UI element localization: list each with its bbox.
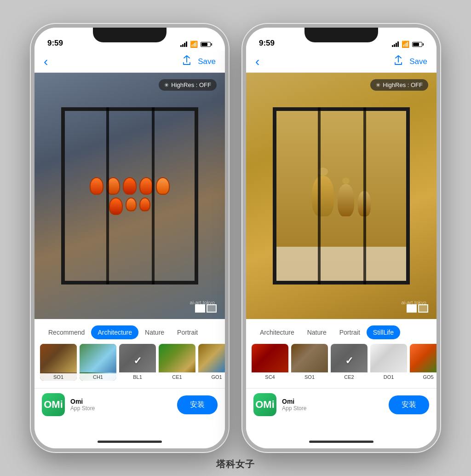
- swatch-label-ch1-left: CH1: [80, 373, 116, 381]
- save-button-left[interactable]: Save: [198, 57, 216, 66]
- watermark-left: ai-art.tokyo: [190, 300, 215, 305]
- vase-small-right: [358, 191, 371, 216]
- inner-frame-left: [61, 107, 198, 284]
- vase-group-right: [312, 176, 371, 216]
- ad-banner-left: OMi Omi App Store 安装: [34, 388, 225, 421]
- ad-install-button-left[interactable]: 安装: [177, 395, 218, 414]
- swatch-so1-left[interactable]: SO1: [40, 344, 77, 381]
- ad-text-right: Omi App Store: [282, 398, 383, 412]
- swatch-label-so1-right: SO1: [291, 373, 328, 381]
- wifi-icon-right: 📶: [402, 41, 409, 48]
- status-icons-left: 📶: [180, 41, 212, 48]
- status-icons-right: 📶: [392, 41, 424, 48]
- vase-large-right: [312, 176, 334, 216]
- swatch-do1-right[interactable]: DO1: [370, 344, 407, 381]
- nav-actions-left: Save: [182, 55, 216, 68]
- painting-left: [34, 73, 225, 319]
- battery-icon-right: [412, 42, 424, 47]
- swatch-ch1-left[interactable]: CH1: [80, 344, 116, 381]
- notch-left: [93, 28, 167, 42]
- tab-nature-right[interactable]: Nature: [301, 325, 333, 339]
- notch-right: [304, 28, 378, 42]
- share-button-left[interactable]: [182, 55, 191, 68]
- ad-title-left: Omi: [70, 398, 172, 405]
- swatch-label-bl1-left: BL1: [119, 373, 156, 381]
- compare-toggle-right[interactable]: [407, 304, 428, 313]
- swatch-sc4-right[interactable]: SC4: [252, 344, 288, 381]
- tab-stilllife-right[interactable]: StillLife: [367, 325, 400, 339]
- swatch-label-sc4-right: SC4: [252, 373, 288, 381]
- scene-watermark: 塔科女子: [216, 458, 255, 470]
- tab-recommend-left[interactable]: Recommend: [42, 325, 91, 339]
- wifi-icon-left: 📶: [190, 41, 198, 48]
- ad-text-left: Omi App Store: [70, 398, 172, 412]
- phone-left: 9:59 📶 ‹: [31, 24, 229, 452]
- back-button-right[interactable]: ‹: [255, 54, 259, 69]
- nav-bar-right: ‹ Save: [246, 51, 437, 73]
- nav-actions-right: Save: [394, 55, 427, 68]
- compare-split-right[interactable]: [418, 304, 428, 313]
- time-left: 9:59: [47, 39, 63, 48]
- ad-title-right: Omi: [282, 398, 383, 405]
- compare-single-left[interactable]: [195, 304, 205, 313]
- style-tabs-right: Architecture Nature Portrait StillLife: [246, 319, 437, 344]
- nav-bar-left: ‹ Save: [34, 51, 225, 73]
- home-indicator-left: [34, 435, 225, 448]
- ornament-group-left: [87, 177, 172, 215]
- ad-subtitle-right: App Store: [282, 405, 383, 412]
- swatch-go5-right[interactable]: GO5: [410, 344, 437, 381]
- swatch-label-do1-right: DO1: [370, 373, 407, 381]
- home-bar-left: [98, 441, 162, 443]
- bottom-panel-left: Recommend Architecture Nature Portrait S…: [34, 319, 225, 435]
- scene: 9:59 📶 ‹: [0, 0, 471, 476]
- swatch-label-go5-right: GO5: [410, 373, 437, 381]
- inner-frame-right: [273, 107, 410, 284]
- ad-icon-right: OMi: [253, 393, 276, 416]
- star-icon-left: ✳: [164, 82, 169, 88]
- back-button-left[interactable]: ‹: [44, 54, 48, 69]
- tab-architecture-right[interactable]: Architecture: [253, 325, 301, 339]
- swatch-label-ce1-left: CE1: [159, 373, 195, 381]
- ad-icon-left: OMi: [42, 393, 65, 416]
- vase-medium-right: [338, 184, 354, 216]
- tab-portrait-left[interactable]: Portrait: [171, 325, 204, 339]
- signal-icon-right: [392, 41, 399, 47]
- phone-right: 9:59 📶 ‹: [242, 24, 440, 452]
- home-bar-right: [309, 441, 373, 443]
- highres-label-left: HighRes : OFF: [171, 81, 211, 88]
- highres-badge-left[interactable]: ✳ HighRes : OFF: [159, 79, 217, 91]
- painting-right: [246, 73, 437, 319]
- swatch-ce2-right[interactable]: CE2: [331, 344, 368, 381]
- star-icon-right: ✳: [376, 82, 380, 88]
- time-right: 9:59: [259, 39, 275, 48]
- image-area-left: ✳ HighRes : OFF ai-art.tokyo: [34, 73, 225, 319]
- tab-portrait-right[interactable]: Portrait: [333, 325, 367, 339]
- swatch-go1-left[interactable]: GO1: [198, 344, 225, 381]
- highres-badge-right[interactable]: ✳ HighRes : OFF: [370, 79, 428, 91]
- compare-split-left[interactable]: [207, 304, 217, 313]
- ad-subtitle-left: App Store: [70, 405, 172, 412]
- swatch-ce1-left[interactable]: CE1: [159, 344, 195, 381]
- tab-nature-left[interactable]: Nature: [138, 325, 171, 339]
- tab-architecture-left[interactable]: Architecture: [91, 325, 138, 339]
- ad-install-button-right[interactable]: 安装: [389, 395, 429, 414]
- ad-banner-right: OMi Omi App Store 安装: [246, 388, 437, 421]
- swatch-label-so1-left: SO1: [40, 373, 77, 381]
- swatch-so1-right[interactable]: SO1: [291, 344, 328, 381]
- share-button-right[interactable]: [394, 55, 403, 68]
- swatch-label-go1-left: GO1: [198, 373, 225, 381]
- save-button-right[interactable]: Save: [409, 57, 427, 66]
- compare-single-right[interactable]: [407, 304, 417, 313]
- style-tabs-left: Recommend Architecture Nature Portrait: [34, 319, 225, 344]
- swatch-label-ce2-right: CE2: [331, 373, 368, 381]
- style-swatches-right: SC4 SO1 CE2 DO1 GO5: [246, 344, 437, 386]
- signal-icon-left: [180, 41, 187, 47]
- swatch-bl1-left[interactable]: BL1: [119, 344, 156, 381]
- bottom-panel-right: Architecture Nature Portrait StillLife S…: [246, 319, 437, 435]
- highres-label-right: HighRes : OFF: [383, 81, 423, 88]
- watermark-right: ai-art.tokyo: [402, 300, 426, 305]
- compare-toggle-left[interactable]: [195, 304, 217, 313]
- home-indicator-right: [246, 435, 437, 448]
- battery-icon-left: [201, 42, 212, 47]
- image-area-right: ✳ HighRes : OFF ai-art.tokyo: [246, 73, 437, 319]
